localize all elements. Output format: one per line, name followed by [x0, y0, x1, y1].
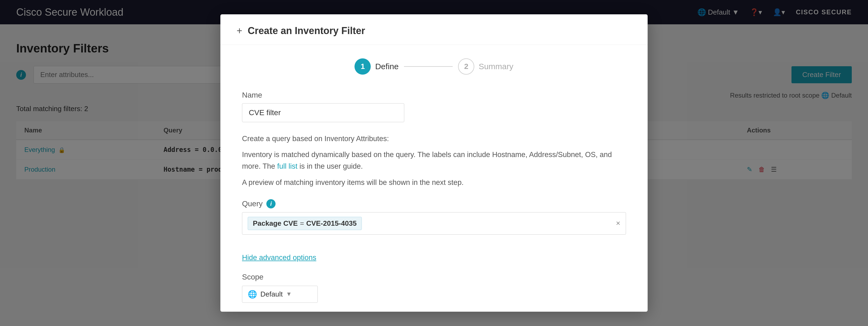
scope-label: Scope — [242, 273, 626, 282]
desc1: Create a query based on Inventory Attrib… — [242, 133, 626, 144]
query-field-group: Query i Package CVE = CVE-2015-4035 × — [242, 199, 626, 235]
name-label: Name — [242, 91, 626, 99]
query-input-box[interactable]: Package CVE = CVE-2015-4035 × — [242, 212, 626, 235]
modal-overlay: + Create an Inventory Filter 1 Define 2 … — [0, 0, 868, 326]
query-tag: Package CVE = CVE-2015-4035 — [248, 217, 362, 230]
modal-body: Name Create a query based on Inventory A… — [220, 86, 648, 312]
full-list-link[interactable]: full list — [277, 162, 298, 170]
stepper: 1 Define 2 Summary — [220, 45, 648, 86]
plus-icon: + — [237, 25, 242, 36]
query-tag-key: Package CVE — [253, 219, 298, 228]
scope-field-group: Scope 🌐 Default ▼ — [242, 273, 626, 303]
scope-value: Default — [260, 290, 283, 298]
globe-icon: 🌐 — [248, 290, 257, 299]
scope-dropdown[interactable]: 🌐 Default ▼ — [242, 286, 318, 303]
step1-circle: 1 — [354, 58, 371, 75]
desc2: Inventory is matched dynamically based o… — [242, 149, 626, 172]
name-input[interactable] — [242, 103, 404, 122]
query-info-icon: i — [266, 199, 276, 208]
step-connector — [404, 66, 453, 67]
query-clear-button[interactable]: × — [616, 219, 620, 228]
name-field-group: Name — [242, 91, 626, 122]
modal-dialog: + Create an Inventory Filter 1 Define 2 … — [220, 14, 648, 312]
modal-title: Create an Inventory Filter — [248, 25, 365, 36]
query-label: Query — [242, 199, 262, 208]
step1-label: Define — [375, 62, 399, 71]
modal-header: + Create an Inventory Filter — [220, 14, 648, 45]
hide-advanced-link[interactable]: Hide advanced options — [242, 254, 316, 262]
chevron-down-icon: ▼ — [286, 291, 292, 298]
query-label-row: Query i — [242, 199, 626, 208]
query-tag-val: CVE-2015-4035 — [306, 219, 356, 228]
desc3: A preview of matching inventory items wi… — [242, 177, 626, 188]
step2-label: Summary — [478, 62, 513, 71]
step2-circle: 2 — [458, 58, 474, 75]
step-2: 2 Summary — [458, 58, 513, 75]
description-block: Create a query based on Inventory Attrib… — [242, 133, 626, 188]
step-1: 1 Define — [354, 58, 399, 75]
query-tag-eq: = — [300, 219, 304, 228]
